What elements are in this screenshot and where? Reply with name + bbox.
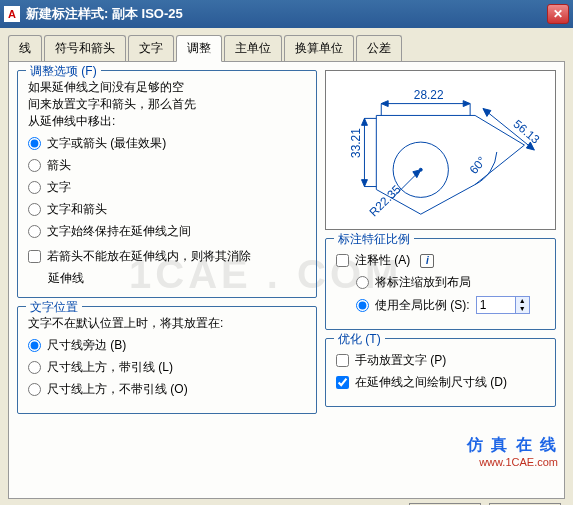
text-pos-group: 文字位置 文字不在默认位置上时，将其放置在: 尺寸线旁边 (B) 尺寸线上方，带… <box>17 306 317 414</box>
watermark-cn: 仿 真 在 线 <box>467 435 558 456</box>
fit-label-best: 文字或箭头 (最佳效果) <box>47 135 166 152</box>
textpos-label-leader: 尺寸线上方，带引线 (L) <box>47 359 173 376</box>
fit-radio-arrows[interactable] <box>28 159 41 172</box>
tune-check-drawline[interactable] <box>336 376 349 389</box>
watermark-en: www.1CAE.com <box>467 456 558 468</box>
svg-marker-12 <box>483 109 491 117</box>
close-icon: ✕ <box>553 7 563 21</box>
textpos-radio-noleader[interactable] <box>28 383 41 396</box>
fit-intro-3: 从延伸线中移出: <box>28 113 306 130</box>
fit-label-suppress-b: 延伸线 <box>48 270 306 287</box>
fit-intro-1: 如果延伸线之间没有足够的空 <box>28 79 306 96</box>
fit-options-group: 调整选项 (F) 如果延伸线之间没有足够的空 间来放置文字和箭头，那么首先 从延… <box>17 70 317 298</box>
tab-panel: 1CAE . COM 调整选项 (F) 如果延伸线之间没有足够的空 间来放置文字… <box>8 61 565 499</box>
tune-group: 优化 (T) 手动放置文字 (P) 在延伸线之间绘制尺寸线 (D) <box>325 338 556 407</box>
tune-label-manual: 手动放置文字 (P) <box>355 352 446 369</box>
tune-check-manual[interactable] <box>336 354 349 367</box>
fit-radio-text[interactable] <box>28 181 41 194</box>
textpos-radio-leader[interactable] <box>28 361 41 374</box>
textpos-label-beside: 尺寸线旁边 (B) <box>47 337 126 354</box>
fit-label-keep: 文字始终保持在延伸线之间 <box>47 223 191 240</box>
text-pos-intro: 文字不在默认位置上时，将其放置在: <box>28 315 306 332</box>
scale-label-layout: 将标注缩放到布局 <box>375 274 471 291</box>
scale-value-input[interactable] <box>477 297 515 313</box>
textpos-label-noleader: 尺寸线上方，不带引线 (O) <box>47 381 188 398</box>
fit-label-arrows: 箭头 <box>47 157 71 174</box>
preview-svg: 28.22 33.21 56.13 60° R22.35 <box>326 71 555 229</box>
spin-down-icon[interactable]: ▼ <box>515 305 529 313</box>
window-title: 新建标注样式: 副本 ISO-25 <box>26 5 547 23</box>
scale-title: 标注特征比例 <box>334 231 414 248</box>
tab-strip: 线 符号和箭头 文字 调整 主单位 换算单位 公差 <box>0 28 573 61</box>
fit-check-suppress[interactable] <box>28 250 41 263</box>
text-pos-title: 文字位置 <box>26 299 82 316</box>
tab-tol[interactable]: 公差 <box>356 35 402 62</box>
close-button[interactable]: ✕ <box>547 4 569 24</box>
fit-label-text: 文字 <box>47 179 71 196</box>
svg-marker-8 <box>362 180 368 187</box>
fit-intro-2: 间来放置文字和箭头，那么首先 <box>28 96 306 113</box>
tune-title: 优化 (T) <box>334 331 385 348</box>
fit-options-title: 调整选项 (F) <box>26 63 101 80</box>
svg-marker-7 <box>362 118 368 125</box>
dim-left: 33.21 <box>349 128 363 158</box>
scale-check-annotative[interactable] <box>336 254 349 267</box>
title-bar: A 新建标注样式: 副本 ISO-25 ✕ <box>0 0 573 28</box>
tune-label-drawline: 在延伸线之间绘制尺寸线 (D) <box>355 374 507 391</box>
scale-label-global: 使用全局比例 (S): <box>375 297 470 314</box>
app-icon: A <box>4 6 20 22</box>
tab-symbols[interactable]: 符号和箭头 <box>44 35 126 62</box>
svg-marker-3 <box>463 101 470 107</box>
fit-radio-keep[interactable] <box>28 225 41 238</box>
fit-label-both: 文字和箭头 <box>47 201 107 218</box>
tab-lines[interactable]: 线 <box>8 35 42 62</box>
tab-text[interactable]: 文字 <box>128 35 174 62</box>
dim-diag: 56.13 <box>511 117 543 147</box>
scale-spinner[interactable]: ▲▼ <box>476 296 530 314</box>
tab-alt[interactable]: 换算单位 <box>284 35 354 62</box>
tab-primary[interactable]: 主单位 <box>224 35 282 62</box>
dim-rad: R22.35 <box>367 182 404 219</box>
scale-label-annotative: 注释性 (A) <box>355 252 410 269</box>
info-icon[interactable]: i <box>420 254 434 268</box>
dim-ang: 60° <box>467 154 489 177</box>
scale-radio-global[interactable] <box>356 299 369 312</box>
tab-fit[interactable]: 调整 <box>176 35 222 62</box>
fit-radio-best[interactable] <box>28 137 41 150</box>
textpos-radio-beside[interactable] <box>28 339 41 352</box>
svg-point-16 <box>419 168 422 171</box>
watermark: 仿 真 在 线 www.1CAE.com <box>467 435 558 468</box>
dim-top: 28.22 <box>414 88 444 102</box>
scale-radio-layout[interactable] <box>356 276 369 289</box>
fit-label-suppress-a: 若箭头不能放在延伸线内，则将其消除 <box>47 248 251 265</box>
spin-up-icon[interactable]: ▲ <box>515 297 529 305</box>
fit-radio-both[interactable] <box>28 203 41 216</box>
dimension-preview: 28.22 33.21 56.13 60° R22.35 <box>325 70 556 230</box>
scale-group: 标注特征比例 注释性 (A) i 将标注缩放到布局 使用全局比例 (S): ▲▼ <box>325 238 556 330</box>
svg-marker-2 <box>381 101 388 107</box>
